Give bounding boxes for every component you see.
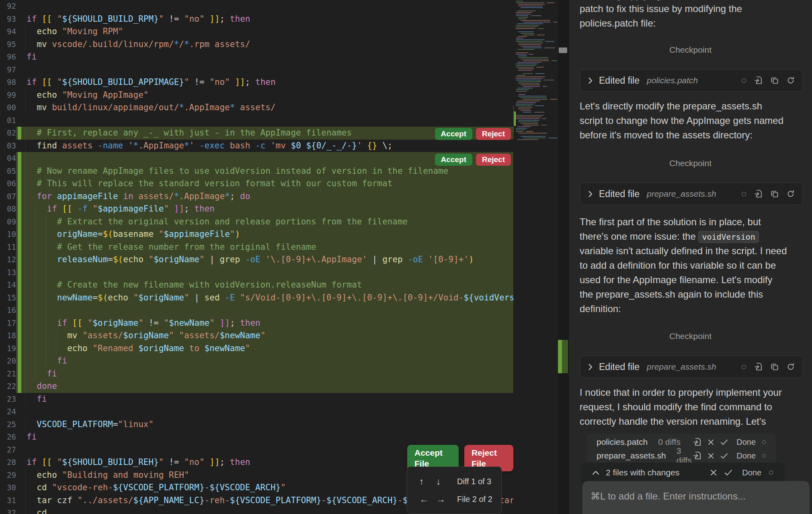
goto-file-icon[interactable] <box>693 451 701 460</box>
changed-file-row[interactable]: prepare_assets.sh3 diffsDone <box>587 449 776 463</box>
line-number: 22 <box>0 380 16 393</box>
reject-diff-button[interactable]: Reject <box>476 154 511 166</box>
indent-guide <box>35 228 36 241</box>
minimap-code-mark <box>535 73 545 74</box>
code-line[interactable]: 13 <box>0 266 513 279</box>
code-line[interactable]: 99 echo "Moving AppImage" <box>0 89 513 102</box>
code-line[interactable]: 00 mv build/linux/appimage/out/*.AppImag… <box>0 101 513 114</box>
scrollbar-slider[interactable] <box>559 47 567 53</box>
code-line[interactable]: 18 mv "assets/$origName" "assets/$newNam… <box>0 329 513 342</box>
check-icon[interactable] <box>720 453 728 459</box>
minimap-code-mark <box>521 33 534 34</box>
files-summary-bar[interactable]: 2 files with changes Done <box>581 463 785 483</box>
code-line[interactable]: 20 fi <box>0 355 513 368</box>
code-line[interactable]: 22 done <box>0 380 513 393</box>
code-line[interactable]: 08 if [[ -f "$appimageFile" ]]; then <box>0 203 513 216</box>
prev-diff-icon[interactable]: ↑ <box>419 476 436 487</box>
goto-file-icon[interactable] <box>693 438 701 446</box>
code-line[interactable]: 03 find assets -name '*.AppImage*' -exec… <box>0 140 513 152</box>
goto-file-icon[interactable] <box>755 76 763 85</box>
file-name: policies.patch <box>597 437 648 447</box>
retry-icon[interactable] <box>787 76 795 84</box>
copy-icon[interactable] <box>771 76 779 84</box>
goto-file-icon[interactable] <box>755 362 763 371</box>
code-line[interactable]: 95 mv vscode/.build/linux/rpm/*/*.rpm as… <box>0 38 513 51</box>
line-number: 02 <box>0 127 16 140</box>
accept-diff-button[interactable]: Accept <box>435 128 472 140</box>
code-line[interactable]: 14 # Create the new filename with voidVe… <box>0 279 513 292</box>
indent-guide <box>35 292 36 304</box>
chevron-up-icon[interactable] <box>592 470 599 475</box>
code-line[interactable]: 16 <box>0 304 513 317</box>
line-number: 10 <box>0 228 16 241</box>
code-line[interactable]: 24 <box>0 405 513 418</box>
chevron-right-icon[interactable] <box>588 191 593 197</box>
gutter-bar <box>18 507 21 514</box>
line-number: 13 <box>0 266 16 279</box>
reject-all-icon[interactable] <box>710 469 717 476</box>
copy-icon[interactable] <box>771 363 779 371</box>
code-text: mv build/linux/appimage/out/*.AppImage* … <box>21 101 513 114</box>
copy-icon[interactable] <box>771 190 779 198</box>
minimap-code-mark <box>516 130 525 130</box>
code-line[interactable]: 23 fi <box>0 393 513 406</box>
code-line[interactable]: 93if [[ "${SHOULD_BUILD_RPM}" != "no" ]]… <box>0 13 513 26</box>
goto-file-icon[interactable] <box>755 189 763 198</box>
minimap-code-mark <box>516 27 537 27</box>
chevron-right-icon[interactable] <box>588 77 593 84</box>
code-line[interactable]: 94 echo "Moving RPM" <box>0 25 513 38</box>
code-line[interactable]: 25 VSCODE_PLATFORM="linux" <box>0 418 513 431</box>
next-file-icon[interactable]: → <box>436 494 453 505</box>
code-line[interactable]: 26fi <box>0 431 513 444</box>
prev-file-icon[interactable]: ← <box>419 494 436 505</box>
code-line[interactable]: 17 if [[ "$origName" != "$newName" ]]; t… <box>0 317 513 330</box>
edited-file-card[interactable]: Edited filepolicies.patch <box>580 69 803 92</box>
scrollbar[interactable] <box>558 0 568 514</box>
indent-guide <box>25 494 26 507</box>
code-line[interactable]: 01 <box>0 114 513 127</box>
code-line[interactable]: 92 <box>0 0 513 13</box>
code-line[interactable]: 19 echo "Renamed $origName to $newName" <box>0 342 513 355</box>
code-line[interactable]: 05 # Now rename AppImage files to use vo… <box>0 165 513 178</box>
minimap[interactable] <box>513 0 558 514</box>
code-line[interactable]: 98if [[ "${SHOULD_BUILD_APPIMAGE}" != "n… <box>0 76 513 89</box>
chat-input[interactable]: ⌘L to add a file. Enter instructions... <box>582 481 810 514</box>
code-line[interactable]: 11 # Get the release number from the ori… <box>0 241 513 254</box>
edited-file-card[interactable]: Edited fileprepare_assets.sh <box>580 356 803 378</box>
code-text: # Extract the original version and relea… <box>21 216 513 228</box>
gutter-bar <box>18 393 21 406</box>
code-line[interactable]: 12 releaseNum=$(echo "$origName" | grep … <box>0 253 513 266</box>
done-label: Done <box>736 451 756 461</box>
check-icon[interactable] <box>720 439 728 445</box>
indent-guide <box>45 292 46 304</box>
reject-diff-button[interactable]: Reject <box>476 128 511 140</box>
code-line[interactable]: 96fi <box>0 51 513 64</box>
next-diff-icon[interactable]: ↓ <box>436 476 453 487</box>
code-editor[interactable]: 9293if [[ "${SHOULD_BUILD_RPM}" != "no" … <box>0 0 513 514</box>
code-line[interactable]: 07 for appimageFile in assets/*.AppImage… <box>0 190 513 203</box>
minimap-code-mark <box>516 118 539 119</box>
code-line[interactable]: 97 <box>0 64 513 76</box>
code-line[interactable]: 06 # This will replace the standard vers… <box>0 177 513 190</box>
line-number: 19 <box>0 342 16 355</box>
chevron-right-icon[interactable] <box>588 364 593 370</box>
code-line[interactable]: 15 newName=$(echo "$origName" | sed -E "… <box>0 292 513 304</box>
line-number: 28 <box>0 456 16 469</box>
minimap-code-mark <box>516 25 539 26</box>
accept-diff-button[interactable]: Accept <box>435 154 472 166</box>
code-line[interactable]: 21 fi <box>0 368 513 380</box>
dismiss-icon[interactable] <box>707 452 714 459</box>
indent-guide <box>25 317 26 330</box>
dismiss-icon[interactable] <box>707 439 714 446</box>
code-line[interactable]: 09 # Extract the original version and re… <box>0 216 513 228</box>
code-line[interactable]: 10 origName=$(basename "$appimageFile") <box>0 228 513 241</box>
minimap-code-mark <box>518 6 543 6</box>
retry-icon[interactable] <box>787 190 795 198</box>
line-number: 95 <box>0 38 16 51</box>
minimap-code-mark <box>518 44 541 45</box>
edited-file-card[interactable]: Edited fileprepare_assets.sh <box>580 183 803 205</box>
retry-icon[interactable] <box>787 363 795 371</box>
diff-counter: Diff 1 of 3 <box>457 477 491 486</box>
accept-all-icon[interactable] <box>724 469 732 476</box>
indent-guide <box>56 329 56 342</box>
